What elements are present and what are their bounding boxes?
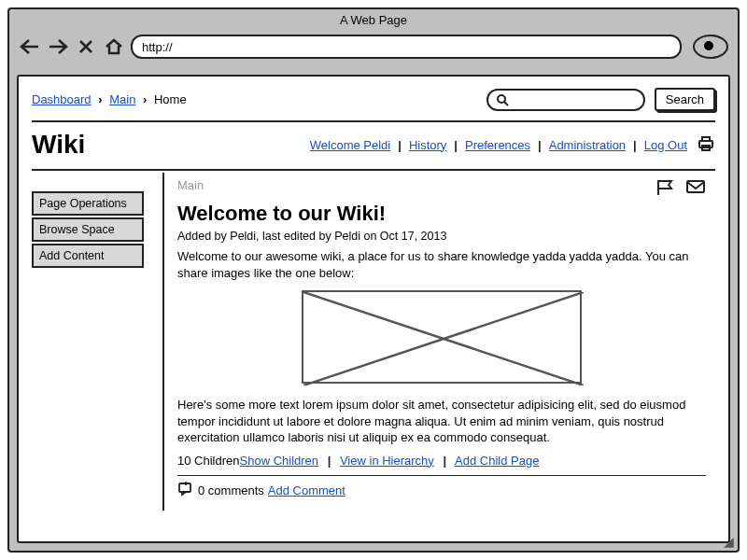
link-logout[interactable]: Log Out [644, 138, 687, 152]
link-show-children[interactable]: Show Children [240, 454, 319, 468]
paragraph-2: Here's some more text lorem ipsum dolor … [177, 397, 706, 446]
divider [32, 169, 715, 171]
children-count: 10 Children [177, 454, 240, 468]
sidebar-add-content[interactable]: Add Content [32, 244, 144, 268]
chevron-right-icon: › [98, 92, 102, 106]
header-row: Wiki Welcome Peldi | History | Preferenc… [32, 124, 715, 167]
breadcrumb-current: Home [154, 92, 187, 106]
url-input[interactable] [131, 35, 682, 59]
link-view-hierarchy[interactable]: View in Hierarchy [340, 454, 434, 468]
divider [177, 475, 706, 476]
breadcrumb-main[interactable]: Main [109, 92, 135, 106]
content-actions [655, 178, 706, 200]
print-icon[interactable] [697, 135, 715, 155]
browser-window: A Web Page Dashboard › Main › Home Searc… [7, 7, 740, 553]
back-icon[interactable] [19, 36, 41, 57]
browser-search-icon[interactable] [693, 35, 728, 59]
byline: Added by Peldi, last edited by Peldi on … [177, 230, 706, 243]
comments-row: 0 comments Add Comment [177, 482, 706, 499]
divider [32, 120, 715, 122]
link-add-child[interactable]: Add Child Page [455, 454, 539, 468]
link-history[interactable]: History [409, 138, 446, 152]
top-bar: Dashboard › Main › Home Search [32, 84, 715, 119]
comment-icon [177, 482, 194, 499]
page-title: Welcome to our Wiki! [177, 202, 706, 226]
sidebar-browse-space[interactable]: Browse Space [32, 217, 144, 242]
svg-point-0 [704, 41, 713, 50]
link-preferences[interactable]: Preferences [465, 138, 530, 152]
stop-icon[interactable] [75, 36, 97, 57]
link-administration[interactable]: Administration [549, 138, 626, 152]
search-icon [496, 93, 509, 106]
svg-rect-8 [179, 483, 190, 492]
chevron-right-icon: › [143, 92, 147, 106]
mail-icon[interactable] [685, 178, 706, 200]
forward-icon[interactable] [47, 36, 69, 57]
image-placeholder [302, 290, 582, 384]
comments-count: 0 comments [198, 483, 264, 497]
browser-toolbar [9, 31, 738, 68]
breadcrumb: Dashboard › Main › Home [32, 92, 187, 106]
search-button[interactable]: Search [655, 88, 715, 111]
header-links: Welcome Peldi | History | Preferences | … [310, 135, 715, 155]
paragraph-1: Welcome to our awesome wiki, a place for… [177, 248, 706, 281]
children-row: 10 ChildrenShow Children | View in Hiera… [177, 454, 706, 468]
content-top: Main [177, 178, 706, 200]
content-area: Main Welcome to our Wiki! Added by Peldi… [162, 173, 715, 511]
svg-rect-5 [687, 181, 704, 192]
resize-handle-icon[interactable]: ◢ [724, 534, 734, 549]
svg-line-6 [303, 292, 584, 385]
breadcrumb-dashboard[interactable]: Dashboard [32, 92, 92, 106]
svg-point-1 [498, 95, 505, 103]
search-area: Search [486, 88, 715, 111]
flag-icon[interactable] [655, 178, 676, 200]
svg-line-7 [303, 292, 584, 385]
search-input[interactable] [486, 89, 645, 111]
page-body: Dashboard › Main › Home Search Wiki Welc… [17, 75, 730, 543]
svg-rect-3 [702, 137, 710, 141]
link-welcome[interactable]: Welcome Peldi [310, 138, 390, 152]
body-row: Page Operations Browse Space Add Content… [32, 173, 715, 511]
site-title: Wiki [32, 130, 85, 160]
sidebar-page-operations[interactable]: Page Operations [32, 191, 144, 216]
link-add-comment[interactable]: Add Comment [268, 483, 345, 497]
space-label: Main [177, 178, 204, 192]
sidebar: Page Operations Browse Space Add Content [32, 173, 153, 511]
window-title: A Web Page [9, 9, 738, 31]
home-icon[interactable] [103, 36, 125, 57]
